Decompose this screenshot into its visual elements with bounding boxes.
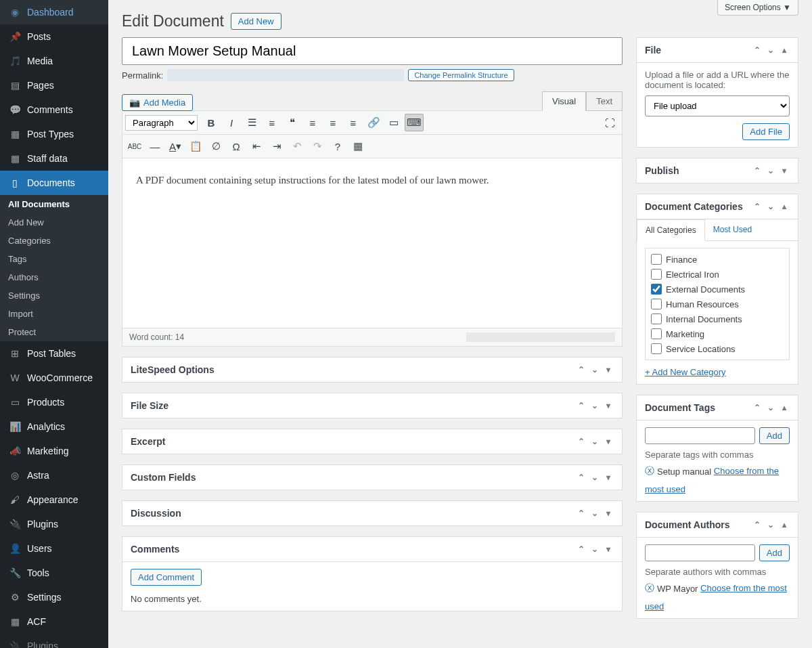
category-checkbox[interactable] (651, 328, 662, 339)
toggle-icon[interactable]: ▾ (603, 544, 614, 555)
text-color-button[interactable]: A▾ (166, 137, 185, 155)
bold-button[interactable]: B (202, 114, 221, 131)
add-new-category-link[interactable]: + Add New Category (645, 367, 726, 377)
move-down-icon[interactable]: ⌄ (589, 436, 600, 447)
toggle-icon[interactable]: ▴ (779, 45, 790, 56)
move-down-icon[interactable]: ⌄ (589, 544, 600, 555)
sidebar-item-appearance[interactable]: 🖌 Appearance (0, 488, 108, 512)
author-input[interactable] (645, 544, 755, 561)
move-up-icon[interactable]: ⌃ (576, 544, 587, 555)
sidebar-item-media[interactable]: 🎵 Media (0, 49, 108, 73)
strikethrough-button[interactable]: ABC (125, 137, 144, 155)
bulleted-list-button[interactable]: ☰ (242, 114, 261, 131)
sidebar-item-comments[interactable]: 💬 Comments (0, 98, 108, 122)
toggle-icon[interactable]: ▾ (603, 400, 614, 411)
sidebar-item-posts[interactable]: 📌 Posts (0, 24, 108, 49)
remove-author-icon[interactable]: ⓧ (645, 582, 654, 595)
category-item[interactable]: Marketing (651, 328, 784, 339)
toggle-icon[interactable]: ▴ (779, 519, 790, 530)
toggle-icon[interactable]: ▴ (779, 201, 790, 212)
move-up-icon[interactable]: ⌃ (576, 436, 587, 447)
numbered-list-button[interactable]: ≡ (263, 114, 281, 131)
undo-button[interactable]: ↶ (288, 137, 307, 155)
editor-content-area[interactable]: A PDF document containing setup instruct… (122, 158, 622, 328)
sidebar-item-post-tables[interactable]: ⊞ Post Tables (0, 341, 108, 366)
horizontal-rule-button[interactable]: — (145, 137, 164, 155)
tab-most-used[interactable]: Most Used (705, 219, 760, 240)
sidebar-item-plugins-2[interactable]: 🔌 Plugins (0, 634, 108, 648)
category-item[interactable]: Finance (651, 254, 784, 265)
move-up-icon[interactable]: ⌃ (752, 45, 763, 56)
tab-all-categories[interactable]: All Categories (637, 219, 705, 241)
submenu-settings[interactable]: Settings (0, 286, 108, 305)
paragraph-format-select[interactable]: Paragraph (125, 115, 198, 131)
fullscreen-button[interactable]: ⛶ (600, 114, 619, 131)
align-right-button[interactable]: ≡ (344, 114, 363, 131)
special-character-button[interactable]: Ω (227, 137, 246, 155)
sidebar-item-staff-data[interactable]: ▦ Staff data (0, 146, 108, 171)
add-file-button[interactable]: Add File (742, 123, 790, 140)
category-item[interactable]: Internal Documents (651, 314, 784, 324)
move-up-icon[interactable]: ⌃ (752, 402, 763, 413)
sidebar-item-analytics[interactable]: 📊 Analytics (0, 414, 108, 439)
submenu-add-new[interactable]: Add New (0, 213, 108, 232)
remove-tag-icon[interactable]: ⓧ (645, 465, 654, 477)
add-comment-button[interactable]: Add Comment (131, 569, 202, 586)
category-checkbox[interactable] (651, 299, 662, 309)
submenu-import[interactable]: Import (0, 305, 108, 323)
sidebar-item-settings[interactable]: ⚙ Settings (0, 585, 108, 609)
sidebar-item-pages[interactable]: ▤ Pages (0, 73, 108, 98)
editor-tab-visual[interactable]: Visual (542, 91, 586, 111)
submenu-all-documents[interactable]: All Documents (0, 195, 108, 213)
sidebar-item-plugins[interactable]: 🔌 Plugins (0, 512, 108, 536)
move-down-icon[interactable]: ⌄ (589, 400, 600, 411)
move-down-icon[interactable]: ⌄ (765, 165, 776, 176)
help-button[interactable]: ? (328, 137, 347, 155)
outdent-button[interactable]: ⇤ (247, 137, 266, 155)
category-checkbox[interactable] (651, 269, 662, 280)
sidebar-item-users[interactable]: 👤 Users (0, 536, 108, 561)
category-checkbox[interactable] (651, 343, 662, 354)
move-down-icon[interactable]: ⌄ (765, 45, 776, 56)
move-up-icon[interactable]: ⌃ (576, 400, 587, 411)
editor-tab-text[interactable]: Text (586, 91, 623, 111)
blockquote-button[interactable]: ❝ (283, 114, 302, 131)
toggle-icon[interactable]: ▾ (603, 508, 614, 519)
category-checkbox[interactable] (651, 284, 662, 295)
read-more-button[interactable]: ▭ (384, 114, 403, 131)
add-author-button[interactable]: Add (759, 544, 790, 561)
align-left-button[interactable]: ≡ (303, 114, 322, 131)
move-down-icon[interactable]: ⌄ (589, 364, 600, 375)
sidebar-item-dashboard[interactable]: ◉ Dashboard (0, 0, 108, 24)
move-down-icon[interactable]: ⌄ (765, 201, 776, 212)
indent-button[interactable]: ⇥ (267, 137, 286, 155)
move-up-icon[interactable]: ⌃ (576, 472, 587, 483)
clear-formatting-button[interactable]: ∅ (206, 137, 225, 155)
submenu-categories[interactable]: Categories (0, 232, 108, 250)
category-item[interactable]: Electrical Iron (651, 269, 784, 280)
sidebar-item-acf[interactable]: ▦ ACF (0, 609, 108, 634)
sidebar-item-woocommerce[interactable]: W WooCommerce (0, 366, 108, 390)
file-source-select[interactable]: File upload (645, 95, 790, 116)
toggle-icon[interactable]: ▾ (603, 364, 614, 375)
submenu-protect[interactable]: Protect (0, 323, 108, 341)
category-checkbox[interactable] (651, 314, 662, 324)
move-down-icon[interactable]: ⌄ (589, 508, 600, 519)
paste-text-button[interactable]: 📋 (186, 137, 205, 155)
move-up-icon[interactable]: ⌃ (752, 201, 763, 212)
sidebar-item-astra[interactable]: ◎ Astra (0, 463, 108, 488)
tag-input[interactable] (645, 427, 755, 444)
sidebar-item-tools[interactable]: 🔧 Tools (0, 561, 108, 585)
document-title-input[interactable] (122, 37, 623, 65)
italic-button[interactable]: I (222, 114, 241, 131)
table-button[interactable]: ▦ (348, 137, 367, 155)
move-up-icon[interactable]: ⌃ (752, 165, 763, 176)
category-item[interactable]: External Documents (651, 284, 784, 295)
category-item[interactable]: Human Resources (651, 299, 784, 309)
submenu-authors[interactable]: Authors (0, 268, 108, 286)
toggle-icon[interactable]: ▾ (779, 165, 790, 176)
toolbar-toggle-button[interactable]: ⌨ (405, 114, 424, 131)
add-new-button[interactable]: Add New (231, 13, 281, 30)
toggle-icon[interactable]: ▾ (603, 436, 614, 447)
align-center-button[interactable]: ≡ (323, 114, 342, 131)
